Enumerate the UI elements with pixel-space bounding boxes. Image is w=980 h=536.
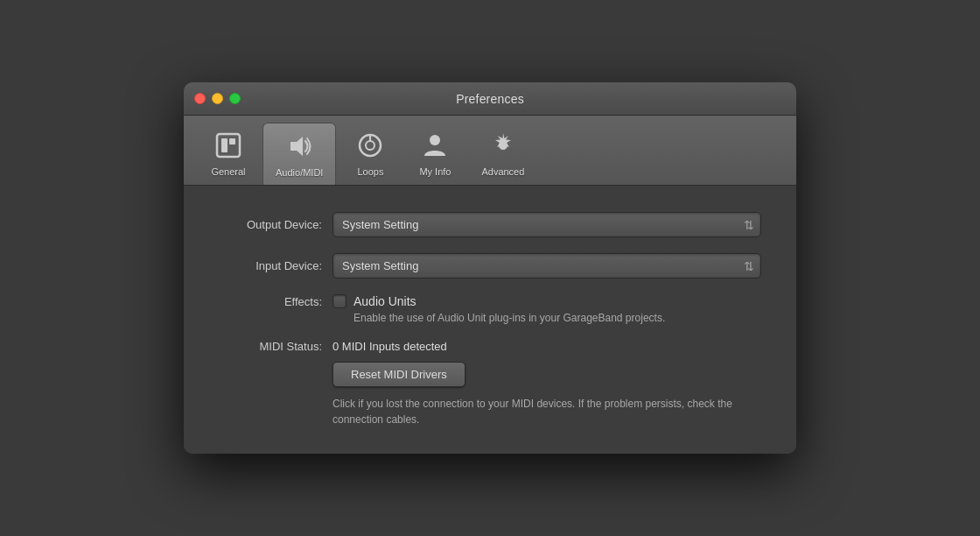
advanced-icon — [486, 128, 521, 163]
my-info-icon — [417, 128, 452, 163]
loops-icon — [353, 128, 388, 163]
audio-units-checkbox-wrapper: Audio Units — [332, 294, 416, 308]
minimize-button[interactable] — [212, 93, 223, 104]
tab-my-info[interactable]: My Info — [404, 123, 466, 185]
audio-units-description: Enable the use of Audio Unit plug-ins in… — [332, 312, 761, 324]
maximize-button[interactable] — [229, 93, 241, 104]
midi-status-label: MIDI Status: — [219, 340, 332, 353]
output-device-select-wrapper: System Setting Built-in Output HDMI ⇅ — [332, 212, 761, 237]
midi-section: MIDI Status: 0 MIDI Inputs detected Rese… — [219, 340, 761, 427]
tab-audio-midi-label: Audio/MIDI — [276, 167, 323, 178]
midi-status-row: MIDI Status: 0 MIDI Inputs detected — [219, 340, 761, 353]
title-bar: Preferences — [184, 82, 796, 116]
audio-units-label: Audio Units — [354, 294, 416, 308]
tab-loops[interactable]: Loops — [340, 123, 401, 185]
close-button[interactable] — [194, 93, 206, 104]
tab-general-label: General — [211, 166, 245, 177]
input-device-label: Input Device: — [219, 259, 332, 272]
tab-general[interactable]: General — [198, 123, 259, 185]
tab-advanced[interactable]: Advanced — [469, 123, 536, 185]
reset-midi-wrapper: Reset MIDI Drivers — [332, 362, 761, 387]
output-device-select[interactable]: System Setting Built-in Output HDMI — [332, 212, 761, 237]
effects-label: Effects: — [219, 295, 332, 308]
toolbar: General Audio/MIDI — [184, 116, 796, 186]
audio-units-checkbox[interactable] — [332, 294, 346, 308]
input-device-row: Input Device: System Setting Built-in Mi… — [219, 253, 761, 279]
reset-midi-button[interactable]: Reset MIDI Drivers — [332, 362, 466, 387]
svg-rect-0 — [217, 134, 240, 157]
svg-rect-1 — [221, 138, 228, 152]
svg-point-5 — [366, 141, 374, 150]
tab-my-info-label: My Info — [419, 166, 451, 177]
svg-point-7 — [430, 135, 440, 145]
midi-status-value: 0 MIDI Inputs detected — [332, 340, 447, 353]
preferences-window: Preferences General — [184, 82, 796, 454]
content-area: Output Device: System Setting Built-in O… — [184, 186, 796, 454]
traffic-lights — [194, 93, 241, 104]
input-device-select[interactable]: System Setting Built-in Microphone Line … — [332, 253, 761, 279]
general-icon — [211, 128, 246, 163]
tab-loops-label: Loops — [357, 166, 383, 177]
svg-marker-3 — [290, 137, 303, 156]
effects-section: Effects: Audio Units Enable the use of A… — [219, 294, 761, 324]
midi-hint-text: Click if you lost the connection to your… — [332, 396, 752, 427]
output-device-label: Output Device: — [219, 218, 332, 231]
tab-audio-midi[interactable]: Audio/MIDI — [262, 123, 336, 185]
output-device-row: Output Device: System Setting Built-in O… — [219, 212, 761, 237]
audio-midi-icon — [282, 129, 317, 164]
svg-rect-2 — [229, 138, 235, 145]
window-title: Preferences — [456, 92, 524, 106]
effects-row: Effects: Audio Units — [219, 294, 761, 308]
tab-advanced-label: Advanced — [481, 166, 524, 177]
input-device-select-wrapper: System Setting Built-in Microphone Line … — [332, 253, 761, 279]
